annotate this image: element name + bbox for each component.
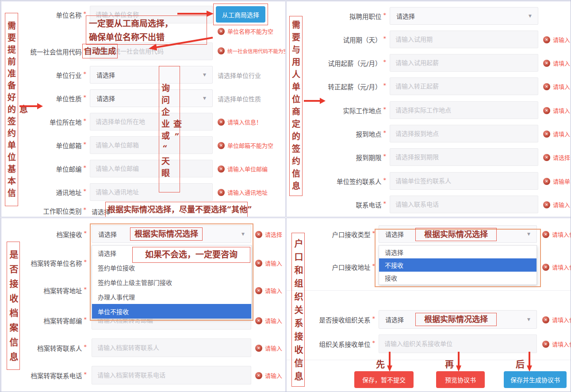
error-icon <box>543 201 550 208</box>
chevron-down-icon <box>241 232 245 236</box>
org-unit-input[interactable] <box>379 334 537 353</box>
error-archive-unit-name: 请输入 <box>255 259 282 267</box>
save-generate-agreement-button[interactable]: 保存并生成协议书 <box>504 371 567 388</box>
form-row-contact-person: 单位签约联系人* 请输单 <box>287 172 571 190</box>
required-asterisk: * <box>383 129 387 136</box>
required-asterisk: * <box>383 82 387 88</box>
required-asterisk: * <box>372 339 376 346</box>
chevron-down-icon <box>203 73 206 77</box>
helper-nature: 请选择单位性质 <box>218 94 261 103</box>
chevron-down-icon <box>527 232 530 236</box>
annotation-auto-generate: 自动生成 <box>82 44 118 58</box>
error-message: 请填入 <box>553 106 570 115</box>
error-icon <box>255 231 262 238</box>
form-row-location: 单位所在地* 请填入信息！ <box>1 113 285 131</box>
error-message: 请输入单位邮编 <box>227 165 268 173</box>
form-row-regular-salary: 转正起薪（元/月）* 请填入 <box>287 77 571 95</box>
position-select[interactable]: 请选择 <box>390 7 538 25</box>
save-draft-button[interactable]: 保存，暂不提交 <box>354 371 414 388</box>
error-message: 请输入 <box>265 371 282 380</box>
regular-salary-input[interactable] <box>390 77 538 95</box>
error-report-deadline: 请选择 <box>543 153 570 161</box>
field-label-archive-receive: 档案接收* <box>1 225 87 243</box>
error-credit-code: 统一社会信用代码不能为空 <box>218 47 286 54</box>
report-place-input[interactable] <box>390 125 538 142</box>
dropdown-option[interactable]: 接收 <box>379 272 537 284</box>
error-zipcode: 请输入单位邮编 <box>218 165 268 173</box>
error-icon <box>543 131 550 138</box>
error-message: 请填入信 <box>552 340 571 348</box>
dropdown-option[interactable]: 办理人事代理 <box>92 289 251 304</box>
annotation-step-second: 再 <box>445 357 454 370</box>
required-asterisk: * <box>383 177 387 183</box>
contact-phone-input[interactable] <box>390 196 538 213</box>
error-icon <box>542 231 549 238</box>
error-message: 单位名称不能为空 <box>227 27 273 35</box>
industry-select[interactable]: 请选择 <box>90 66 213 84</box>
select-value: 请选择 <box>385 230 404 238</box>
quadrant-archive-info: 是否接收档案信息 档案接收* 请选择 请选择 根据实际情况选择 档案转寄单位名称… <box>1 218 286 392</box>
nature-select[interactable]: 请选择 <box>90 89 213 107</box>
annotated-form-screenshot: 需要提前准备好的签约单位基本信息 单位名称* 从工商局选择 一定要从工商局选择，… <box>0 0 571 392</box>
form-row-probation-salary: 试用起薪（元/月）* 请填入 <box>287 54 571 72</box>
error-org-relation: 请填入信 <box>542 315 571 324</box>
error-icon <box>218 119 225 126</box>
error-icon <box>255 372 262 379</box>
dropdown-option-highlighted[interactable]: 不接收 <box>379 258 537 271</box>
dropdown-option[interactable]: 签约单位上级主管部门接收 <box>92 275 251 289</box>
required-asterisk: * <box>84 94 87 100</box>
error-regular-salary: 请填入 <box>543 82 570 91</box>
error-unit-name: 单位名称不能为空 <box>218 27 273 35</box>
error-archive-contact: 请输入 <box>255 344 282 352</box>
zipcode-input[interactable] <box>90 160 213 177</box>
error-message: 请输入通讯地址 <box>227 188 268 196</box>
archive-contact-input[interactable] <box>92 338 251 357</box>
form-row-work-place: 实际工作地点* 请填入 <box>287 101 571 119</box>
probation-salary-input[interactable] <box>390 54 538 72</box>
email-input[interactable] <box>90 136 213 154</box>
contact-person-input[interactable] <box>390 172 538 190</box>
work-place-input[interactable] <box>390 101 538 119</box>
quadrant-hukou-org-info: 户口和组织关系接收信息 户口接收类型* 请选择 请填入信 根据实际情况选择 户口… <box>286 218 571 392</box>
error-archive-phone: 请输入 <box>255 371 282 380</box>
address-input[interactable] <box>90 183 213 201</box>
archive-phone-input[interactable] <box>92 366 251 384</box>
error-icon <box>255 317 262 324</box>
select-value: 请选择 <box>96 94 115 103</box>
error-archive-zipcode: 请输入 <box>255 316 282 325</box>
error-location: 请填入信息！ <box>218 118 262 126</box>
form-row-contact-phone: 联系电话* 请输入 <box>287 196 571 213</box>
required-asterisk: * <box>84 343 87 350</box>
error-message: 单位邮箱不能为空 <box>227 141 273 150</box>
annotation-step-first: 先 <box>376 357 385 370</box>
dropdown-option-highlighted[interactable]: 单位不接收 <box>92 304 251 319</box>
error-icon <box>542 341 549 348</box>
divider <box>287 360 571 360</box>
error-work-place: 请填入 <box>543 106 570 115</box>
error-icon <box>542 316 549 323</box>
error-message: 请输入 <box>553 35 570 44</box>
form-row-archive-phone: 档案转寄联系电话* 请输入 <box>1 366 285 384</box>
select-from-bureau-button[interactable]: 从工商局选择 <box>216 6 265 23</box>
divider <box>287 290 571 291</box>
location-input[interactable] <box>90 113 213 131</box>
required-asterisk: * <box>84 141 87 147</box>
preview-agreement-button[interactable]: 预览协议书 <box>436 371 485 388</box>
dropdown-option[interactable]: 请选择 <box>379 246 537 258</box>
form-row-report-place: 报到地点* 请填入 <box>287 125 571 142</box>
probation-input[interactable] <box>390 31 538 48</box>
error-icon <box>543 154 550 161</box>
error-icon <box>255 287 262 294</box>
quadrant-unit-basic-info: 需要提前准备好的签约单位基本信息 单位名称* 从工商局选择 一定要从工商局选择，… <box>1 1 286 217</box>
report-deadline-input[interactable] <box>390 148 538 166</box>
required-asterisk: * <box>84 286 87 292</box>
required-asterisk: * <box>84 164 87 171</box>
form-row-report-deadline: 报到期限* 请选择 <box>287 148 571 166</box>
arrow-icon-step-third <box>526 352 533 372</box>
error-icon <box>218 142 225 149</box>
error-message: 请输单 <box>553 177 570 185</box>
error-probation: 请输入 <box>543 35 570 44</box>
error-message: 请填入信 <box>552 230 571 238</box>
error-message: 请填入信 <box>552 263 571 271</box>
helper-industry: 请选择单位行业 <box>218 71 261 80</box>
